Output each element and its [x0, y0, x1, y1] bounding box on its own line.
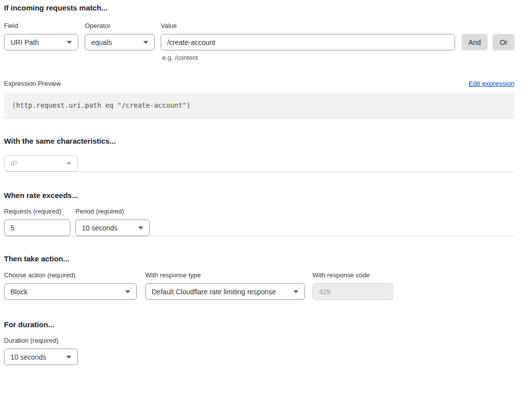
edit-expression-link[interactable]: Edit expression: [469, 80, 515, 87]
action-controls-row: Block Default Cloudflare rate limiting r…: [4, 283, 515, 300]
field-label: Field: [4, 22, 78, 30]
value-column: Value e.g. /content: [161, 22, 455, 61]
response-code-input: [312, 283, 393, 300]
requests-input[interactable]: [4, 219, 70, 236]
chevron-down-icon: [138, 226, 143, 229]
response-type-select[interactable]: Default Cloudflare rate limiting respons…: [145, 283, 305, 300]
rate-limiting-rule-form: If incoming requests match... Field URI …: [0, 0, 523, 369]
choose-action-select-value: Block: [10, 288, 27, 296]
response-code-column: [312, 283, 393, 300]
chevron-down-icon: [143, 41, 148, 44]
section-title-characteristics: With the same characteristics...: [4, 137, 515, 145]
action-labels-row: Choose action (required) With response t…: [4, 271, 515, 279]
response-code-label: With response code: [312, 271, 393, 279]
chevron-down-icon: [67, 41, 72, 44]
logic-buttons: And Or: [462, 22, 515, 50]
rate-labels-row: Requests (required) Period (required): [4, 208, 515, 215]
operator-select[interactable]: equals: [85, 34, 155, 50]
operator-label: Operator: [85, 22, 155, 30]
chevron-down-icon: [293, 290, 298, 293]
and-button[interactable]: And: [462, 34, 488, 50]
section-characteristics: With the same characteristics... IP: [4, 137, 515, 172]
field-select-value: URI Path: [10, 38, 39, 46]
expression-preview-code: (http.request.uri.path eq "/create-accou…: [4, 93, 515, 118]
section-rate-exceeds: When rate exceeds... Requests (required)…: [4, 192, 515, 236]
operator-select-value: equals: [91, 38, 112, 46]
chevron-down-icon: [66, 356, 71, 359]
period-select-value: 10 seconds: [82, 224, 118, 232]
response-type-select-value: Default Cloudflare rate limiting respons…: [152, 288, 276, 296]
period-select[interactable]: 10 seconds: [75, 219, 150, 236]
section-divider: [4, 118, 515, 118]
section-for-duration: For duration... Duration (required) 10 s…: [4, 321, 515, 365]
rate-controls-row: 10 seconds: [4, 219, 515, 236]
requests-column: [4, 219, 70, 236]
choose-action-label: Choose action (required): [4, 271, 137, 279]
requests-label: Requests (required): [4, 208, 70, 215]
chevron-down-icon: [66, 162, 71, 165]
expression-preview-row: Expression Preview Edit expression: [4, 80, 515, 87]
or-button[interactable]: Or: [493, 34, 515, 50]
section-title-rate-exceeds: When rate exceeds...: [4, 192, 515, 200]
chevron-down-icon: [125, 290, 130, 293]
section-take-action: Then take action... Choose action (requi…: [4, 255, 515, 300]
choose-action-select[interactable]: Block: [4, 283, 137, 300]
value-helper-text: e.g. /content: [162, 54, 455, 61]
value-input[interactable]: [161, 34, 455, 50]
section-title-take-action: Then take action...: [4, 255, 515, 263]
section-title-incoming-requests: If incoming requests match...: [4, 4, 515, 12]
section-title-for-duration: For duration...: [4, 321, 515, 329]
duration-select[interactable]: 10 seconds: [4, 349, 78, 365]
response-type-label: With response type: [145, 271, 305, 279]
field-select[interactable]: URI Path: [4, 34, 78, 50]
duration-select-value: 10 seconds: [10, 353, 46, 361]
characteristic-select-value: IP: [10, 160, 17, 168]
section-incoming-requests: If incoming requests match... Field URI …: [4, 4, 515, 118]
characteristic-select[interactable]: IP: [4, 155, 78, 172]
value-label: Value: [161, 22, 455, 30]
expression-preview-label: Expression Preview: [4, 80, 61, 87]
field-column: Field URI Path: [4, 22, 78, 50]
period-label: Period (required): [75, 208, 150, 215]
duration-label: Duration (required): [4, 337, 515, 345]
section-divider: [4, 236, 515, 236]
section-divider: [4, 172, 515, 172]
operator-column: Operator equals: [85, 22, 155, 50]
expression-builder-row: Field URI Path Operator equals Value e.g…: [4, 22, 515, 61]
